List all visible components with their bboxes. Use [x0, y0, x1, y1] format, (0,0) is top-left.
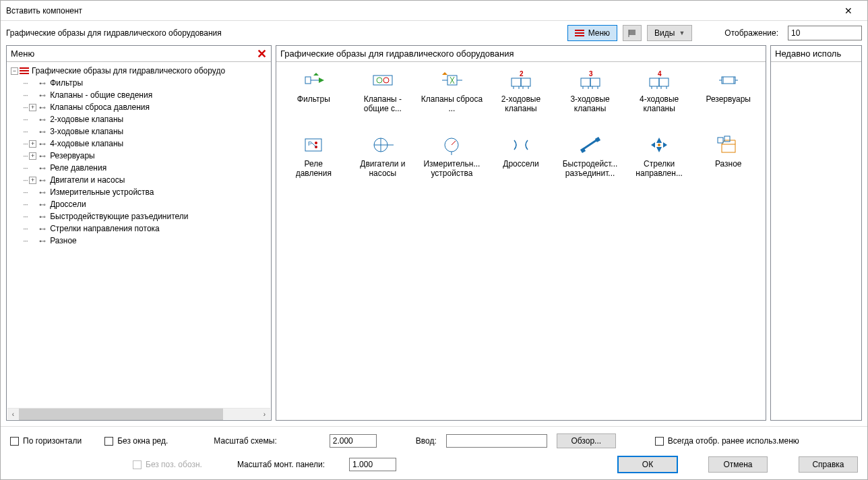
always-show-checkbox[interactable]: Всегда отобр. ранее использ.меню: [655, 436, 799, 446]
gallery-item[interactable]: 33-ходовыеклапаны: [557, 69, 623, 127]
svg-text:2: 2: [520, 70, 524, 78]
tree-expander-none: [29, 225, 36, 233]
tree-item[interactable]: ····⊷Фильтры: [8, 77, 270, 89]
gallery-item[interactable]: Стрелкинаправлен...: [626, 133, 693, 191]
tree-guide: ····: [23, 225, 28, 233]
scale-scheme-label: Масштаб схемы:: [214, 436, 276, 446]
scroll-left-arrow-icon[interactable]: ‹: [7, 409, 19, 420]
tree-item[interactable]: ····+⊷Резервуары: [8, 150, 270, 162]
flag-button[interactable]: [623, 25, 642, 41]
scale-scheme-input[interactable]: [330, 434, 377, 448]
gallery-item[interactable]: Клапаны сброса...: [418, 69, 485, 127]
tree-item-label: Разное: [49, 236, 77, 245]
gallery-item[interactable]: 22-ходовыеклапаны: [488, 69, 555, 127]
flag-icon: [627, 28, 637, 38]
gallery-item[interactable]: Клапаны -общие с...: [350, 69, 416, 127]
tree-panel-close[interactable]: ✕: [257, 48, 267, 60]
tree-item[interactable]: ····⊷3-ходовые клапаны: [8, 125, 270, 138]
tree-guide: ····: [23, 116, 28, 123]
views-button[interactable]: Виды ▼: [647, 25, 692, 41]
tree-node-icon: ⊷: [38, 80, 47, 87]
cancel-button[interactable]: Отмена: [708, 456, 768, 473]
display-input[interactable]: [788, 26, 862, 40]
recent-empty: [771, 62, 861, 420]
tree-item[interactable]: ····⊷Разное: [8, 235, 270, 247]
tree-item-label: Клапаны - общие сведения: [49, 90, 152, 100]
tree-expander-none: [29, 92, 36, 99]
window-close-button[interactable]: ✕: [835, 1, 862, 21]
gallery-item[interactable]: Двигатели инасосы: [350, 133, 416, 191]
input-field[interactable]: [446, 434, 547, 448]
tree-expander-expand-icon[interactable]: +: [29, 104, 36, 111]
svg-rect-0: [575, 32, 584, 34]
tree-node-icon: ⊷: [38, 164, 47, 172]
tree-item[interactable]: ····⊷Дроссели: [8, 198, 270, 210]
svg-rect-1: [575, 30, 584, 31]
svg-point-64: [658, 144, 660, 146]
gallery-panel-title: Графические образы для гидравлического о…: [280, 49, 762, 59]
tree-item[interactable]: ····+⊷4-ходовые клапаны: [8, 138, 270, 150]
tree-node-icon: ⊷: [38, 116, 47, 123]
tree-item[interactable]: ····⊷2-ходовые клапаны: [8, 113, 270, 125]
tree-expander-expand-icon[interactable]: +: [29, 177, 36, 184]
svg-marker-18: [442, 72, 447, 75]
tree[interactable]: − Графические образы для гидравлического…: [7, 62, 271, 420]
tree-node-icon: ⊷: [38, 201, 47, 208]
valve-3way-icon: 3: [577, 69, 604, 92]
scroll-right-arrow-icon[interactable]: ›: [259, 409, 270, 420]
browse-button[interactable]: Обзор...: [557, 433, 616, 448]
gallery-item-label: Резервуары: [706, 94, 751, 104]
window-title: Вставить компонент: [6, 1, 82, 21]
tree-item[interactable]: ····⊷Реле давления: [8, 162, 270, 174]
svg-point-14: [383, 78, 389, 83]
chevron-down-icon: ▼: [679, 30, 685, 36]
ok-button[interactable]: ОК: [618, 456, 677, 473]
gallery-item[interactable]: Разное: [695, 133, 762, 191]
tree-node-icon: ⊷: [38, 225, 47, 233]
gallery-item[interactable]: Резервуары: [695, 69, 762, 127]
gallery-item[interactable]: Дроссели: [488, 133, 555, 191]
toolbar-subtitle: Графические образы для гидравлического о…: [6, 28, 222, 38]
tree-item[interactable]: ····+⊷Клапаны сброса давления: [8, 101, 270, 113]
gauge-icon: [438, 133, 465, 156]
tree-expander-none: [29, 80, 36, 87]
svg-rect-6: [20, 67, 29, 69]
tree-item[interactable]: ····⊷Быстродействующие разъединители: [8, 210, 270, 222]
recent-panel: Недавно исполь: [770, 45, 862, 421]
gallery-item[interactable]: Измерительн...устройства: [418, 133, 485, 191]
tree-expander-collapse-icon[interactable]: −: [11, 67, 18, 75]
tree-expander-expand-icon[interactable]: +: [29, 152, 36, 160]
tree-item-label: 4-ходовые клапаны: [49, 139, 123, 148]
tree-panel-title: Меню: [11, 49, 257, 59]
svg-rect-35: [659, 78, 669, 86]
gallery-item[interactable]: PРеледавления: [280, 133, 347, 191]
no-edit-window-checkbox[interactable]: Без окна ред.: [104, 436, 168, 446]
throttle-icon: [507, 133, 534, 156]
svg-rect-7: [20, 73, 29, 74]
titlebar: Вставить компонент ✕: [1, 1, 867, 21]
horizontal-checkbox[interactable]: По горизонтали: [10, 436, 82, 446]
svg-line-55: [452, 141, 456, 145]
tree-scrollbar[interactable]: ‹ ›: [7, 408, 270, 419]
tree-item[interactable]: ····⊷Клапаны - общие сведения: [8, 89, 270, 101]
svg-marker-63: [663, 142, 667, 148]
tree-expander-expand-icon[interactable]: +: [29, 140, 36, 148]
tree-item-label: 3-ходовые клапаны: [49, 127, 123, 136]
scale-panel-input[interactable]: [349, 458, 396, 471]
gallery-item-label: Быстродейст...разъединит...: [563, 159, 618, 178]
tree-root-label[interactable]: Графические образы для гидравлического о…: [30, 66, 225, 76]
help-button[interactable]: Справка: [799, 456, 858, 473]
tree-item[interactable]: ····⊷Измерительные устройства: [8, 186, 270, 198]
gallery-item[interactable]: Быстродейст...разъединит...: [557, 133, 623, 191]
tree-item[interactable]: ····⊷Стрелки направления потока: [8, 222, 270, 235]
scrollbar-thumb[interactable]: [19, 409, 223, 420]
valve-2way-icon: 2: [507, 69, 534, 92]
tree-node-icon: ⊷: [38, 140, 47, 148]
gallery-item[interactable]: Фильтры: [280, 69, 347, 127]
scale-panel-label: Масштаб монт. панели:: [237, 460, 325, 469]
gallery-item[interactable]: 44-ходовыеклапаны: [626, 69, 693, 127]
menu-button[interactable]: Меню: [567, 25, 617, 41]
tree-item[interactable]: ····+⊷Двигатели и насосы: [8, 174, 270, 186]
tree-expander-none: [29, 213, 36, 220]
valve-general-icon: [369, 69, 396, 92]
